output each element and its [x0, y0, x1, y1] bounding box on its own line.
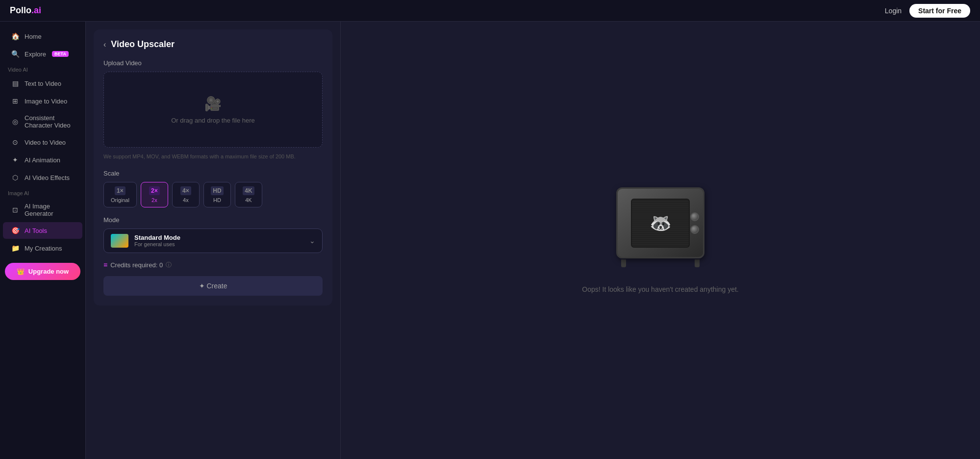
scale-options: 1× Original 2× 2x 4× 4x HD HD: [103, 182, 323, 207]
sidebar-item-explore[interactable]: 🔍 Explore BETA: [3, 46, 82, 62]
ai-tools-icon: 🎯: [11, 226, 20, 235]
sidebar-item-ai-tools[interactable]: 🎯 AI Tools: [3, 222, 82, 239]
tv-illustration: 🦝: [611, 187, 709, 276]
scale-btn-4k[interactable]: 4K 4K: [235, 182, 262, 207]
home-icon: 🏠: [11, 32, 20, 41]
empty-preview-text: Oops! It looks like you haven't created …: [582, 285, 738, 293]
mode-name: Standard Mode: [134, 234, 180, 241]
panel-header: ‹ Video Upscaler: [103, 39, 323, 50]
consistent-character-icon: ◎: [11, 117, 20, 126]
content-panel: ‹ Video Upscaler Upload Video 🎥 Or drag …: [86, 22, 341, 459]
sidebar-item-ai-video-effects-label: AI Video Effects: [25, 174, 70, 181]
image-to-video-icon: ⊞: [11, 97, 20, 105]
sidebar-item-ai-image-generator[interactable]: ⊡ AI Image Generator: [3, 199, 82, 221]
credits-icon: ≡: [103, 261, 107, 269]
sidebar-item-explore-label: Explore: [25, 51, 46, 58]
logo: Pollo.ai: [10, 5, 41, 16]
explore-icon: 🔍: [11, 50, 20, 58]
login-link[interactable]: Login: [885, 7, 902, 15]
scale-btn-2x[interactable]: 2× 2x: [141, 182, 168, 207]
scale-4k-label: 4K: [245, 197, 251, 203]
sidebar-item-text-to-video[interactable]: ▤ Text to Video: [3, 75, 82, 92]
logo-name: Pollo: [10, 5, 31, 15]
upgrade-button[interactable]: 👑 Upgrade now: [5, 263, 80, 280]
upload-hint: We support MP4, MOV, and WEBM formats wi…: [103, 153, 323, 161]
topnav-right: Login Start for Free: [885, 4, 970, 18]
mode-label: Mode: [103, 216, 323, 224]
upload-video-icon: 🎥: [204, 96, 222, 112]
mode-sub: For general uses: [134, 241, 180, 247]
chevron-down-icon: ⌄: [309, 237, 315, 245]
sidebar-item-image-to-video-label: Image to Video: [25, 98, 67, 105]
sidebar-item-image-to-video[interactable]: ⊞ Image to Video: [3, 93, 82, 109]
text-to-video-icon: ▤: [11, 79, 20, 88]
scale-4x-label: 4x: [183, 197, 189, 203]
mode-thumbnail: [111, 234, 128, 248]
my-creations-icon: 📁: [11, 244, 20, 253]
scale-4k-icon: 4K: [243, 186, 254, 195]
scale-hd-label: HD: [213, 197, 221, 203]
tv-body: 🦝: [616, 187, 704, 258]
scale-2x-label: 2x: [151, 197, 157, 203]
sidebar-item-ai-image-label: AI Image Generator: [25, 203, 75, 217]
video-to-video-icon: ⊙: [11, 138, 20, 147]
ai-animation-icon: ✦: [11, 155, 20, 164]
scale-original-label: Original: [111, 197, 129, 203]
tv-leg-right: [695, 259, 700, 267]
explore-badge: BETA: [52, 51, 69, 57]
scale-btn-4x[interactable]: 4× 4x: [172, 182, 200, 207]
back-button[interactable]: ‹: [103, 40, 106, 49]
mode-info: Standard Mode For general uses: [134, 234, 180, 247]
sidebar-item-home[interactable]: 🏠 Home: [3, 28, 82, 45]
upload-drag-text: Or drag and drop the file here: [171, 117, 255, 124]
scale-4x-icon: 4×: [180, 186, 191, 195]
panel-title: Video Upscaler: [111, 39, 175, 50]
sidebar: 🏠 Home 🔍 Explore BETA Video AI ▤ Text to…: [0, 22, 86, 459]
sidebar-item-my-creations[interactable]: 📁 My Creations: [3, 240, 82, 256]
sidebar-item-ai-tools-label: AI Tools: [25, 227, 47, 234]
topnav: Pollo.ai Login Start for Free: [0, 0, 980, 22]
scale-label: Scale: [103, 170, 323, 177]
scale-section: Scale 1× Original 2× 2x 4× 4x: [103, 170, 323, 207]
tv-screen: 🦝: [631, 199, 690, 248]
sidebar-item-home-label: Home: [25, 33, 42, 40]
scale-2x-icon: 2×: [149, 186, 160, 195]
logo-suffix: .ai: [31, 5, 41, 15]
sidebar-item-consistent-character-label: Consistent Character Video: [25, 114, 75, 129]
upload-section-label: Upload Video: [103, 59, 323, 67]
sidebar-item-ai-animation-label: AI Animation: [25, 156, 60, 164]
scale-btn-original[interactable]: 1× Original: [103, 182, 137, 207]
tv-legs: [611, 259, 709, 267]
upgrade-icon: 👑: [17, 268, 25, 275]
section-image-label: Image AI: [0, 186, 85, 198]
section-video-label: Video AI: [0, 63, 85, 75]
main-layout: 🏠 Home 🔍 Explore BETA Video AI ▤ Text to…: [0, 22, 980, 459]
sidebar-item-video-to-video[interactable]: ⊙ Video to Video: [3, 134, 82, 151]
mode-dropdown-left: Standard Mode For general uses: [111, 234, 180, 248]
mode-section: Mode Standard Mode For general uses ⌄: [103, 216, 323, 253]
upload-area[interactable]: 🎥 Or drag and drop the file here: [103, 72, 323, 148]
info-icon: ⓘ: [166, 261, 172, 269]
sidebar-item-consistent-character[interactable]: ◎ Consistent Character Video: [3, 110, 82, 133]
scale-btn-hd[interactable]: HD HD: [203, 182, 231, 207]
raccoon-icon: 🦝: [650, 213, 672, 233]
sidebar-item-ai-video-effects[interactable]: ⬡ AI Video Effects: [3, 169, 82, 186]
create-button[interactable]: ✦ Create: [103, 276, 323, 296]
preview-panel: 🦝 Oops! It looks like you haven't create…: [341, 22, 980, 459]
sidebar-item-text-to-video-label: Text to Video: [25, 80, 61, 87]
scale-hd-icon: HD: [211, 186, 223, 195]
sidebar-item-my-creations-label: My Creations: [25, 245, 62, 252]
ai-video-effects-icon: ⬡: [11, 173, 20, 182]
credits-label: Credits required: 0: [110, 261, 163, 269]
scale-original-icon: 1×: [115, 186, 126, 195]
ai-image-icon: ⊡: [11, 205, 20, 214]
mode-dropdown[interactable]: Standard Mode For general uses ⌄: [103, 229, 323, 253]
start-free-button[interactable]: Start for Free: [909, 4, 970, 18]
tv-knob-2: [690, 225, 699, 234]
panel-inner: ‹ Video Upscaler Upload Video 🎥 Or drag …: [94, 29, 332, 306]
tv-leg-left: [621, 259, 626, 267]
upgrade-label: Upgrade now: [28, 268, 69, 275]
sidebar-item-ai-animation[interactable]: ✦ AI Animation: [3, 152, 82, 168]
logo-text: Pollo.ai: [10, 5, 41, 16]
credits-row: ≡ Credits required: 0 ⓘ: [103, 261, 323, 269]
